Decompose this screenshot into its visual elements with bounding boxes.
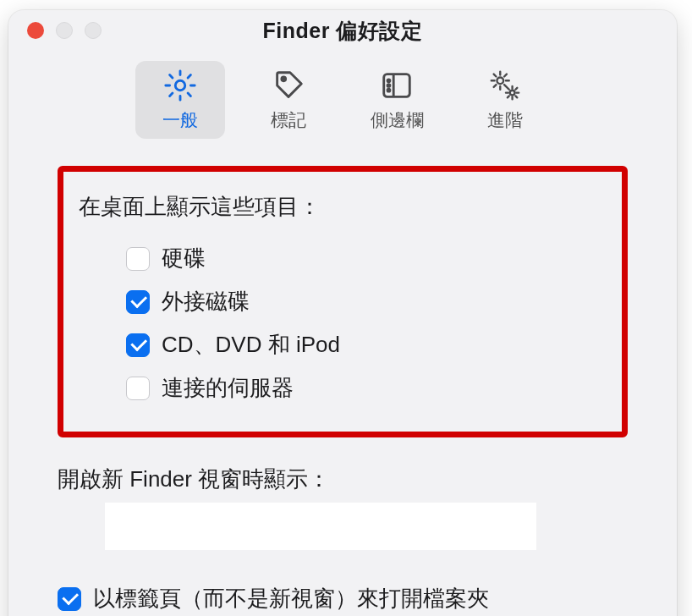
content-area: 在桌面上顯示這些項目： 硬碟 外接磁碟 CD、DVD 和 iPod 連接的伺服器… bbox=[8, 139, 677, 613]
titlebar: Finder 偏好設定 bbox=[8, 10, 677, 51]
tab-general[interactable]: 一般 bbox=[135, 61, 225, 139]
tab-label: 標記 bbox=[271, 108, 306, 132]
checkbox-label: 外接磁碟 bbox=[162, 287, 250, 316]
new-window-dropdown[interactable] bbox=[105, 503, 536, 550]
checkbox-row-cds-dvds: CD、DVD 和 iPod bbox=[79, 323, 607, 366]
checkbox-open-in-tabs[interactable] bbox=[58, 587, 81, 611]
sidebar-icon bbox=[379, 68, 415, 103]
tab-label: 一般 bbox=[162, 108, 198, 132]
open-in-tabs-row: 以標籤頁（而不是新視窗）來打開檔案夾 bbox=[58, 584, 628, 613]
new-window-section: 開啟新 Finder 視窗時顯示： bbox=[58, 465, 628, 550]
gears-icon bbox=[487, 68, 523, 103]
checkbox-label: 硬碟 bbox=[162, 244, 206, 273]
svg-point-6 bbox=[387, 89, 390, 91]
new-window-label: 開啟新 Finder 視窗時顯示： bbox=[58, 465, 628, 494]
tab-advanced[interactable]: 進階 bbox=[460, 61, 550, 139]
svg-point-0 bbox=[175, 80, 184, 90]
traffic-lights bbox=[27, 22, 102, 39]
window-title: Finder 偏好設定 bbox=[8, 17, 677, 45]
tab-tags[interactable]: 標記 bbox=[244, 61, 333, 139]
checkbox-label: 以標籤頁（而不是新視窗）來打開檔案夾 bbox=[93, 584, 489, 613]
svg-point-8 bbox=[510, 91, 515, 96]
checkbox-hard-disks[interactable] bbox=[126, 247, 150, 271]
tab-sidebar[interactable]: 側邊欄 bbox=[352, 61, 442, 139]
checkbox-external-disks[interactable] bbox=[126, 290, 150, 314]
checkbox-label: 連接的伺服器 bbox=[162, 373, 294, 403]
checkbox-row-servers: 連接的伺服器 bbox=[79, 366, 607, 410]
maximize-button[interactable] bbox=[85, 22, 102, 39]
svg-point-7 bbox=[497, 77, 503, 84]
svg-point-1 bbox=[282, 77, 286, 81]
checkbox-label: CD、DVD 和 iPod bbox=[162, 330, 340, 360]
checkbox-row-external-disks: 外接磁碟 bbox=[79, 280, 607, 323]
desktop-items-heading: 在桌面上顯示這些項目： bbox=[79, 192, 607, 222]
tag-icon bbox=[271, 68, 306, 103]
checkbox-servers[interactable] bbox=[126, 377, 150, 400]
tabs-bar: 一般 標記 側邊欄 bbox=[8, 61, 677, 139]
svg-point-4 bbox=[387, 80, 390, 82]
checkbox-cds-dvds[interactable] bbox=[126, 333, 150, 357]
gear-icon bbox=[162, 68, 198, 103]
tab-label: 進階 bbox=[487, 108, 523, 132]
preferences-window: Finder 偏好設定 一般 標記 bbox=[8, 10, 677, 616]
tab-label: 側邊欄 bbox=[371, 108, 424, 132]
svg-point-5 bbox=[387, 85, 390, 87]
minimize-button[interactable] bbox=[56, 22, 73, 39]
desktop-items-section: 在桌面上顯示這些項目： 硬碟 外接磁碟 CD、DVD 和 iPod 連接的伺服器 bbox=[58, 166, 628, 437]
checkbox-row-hard-disks: 硬碟 bbox=[79, 237, 607, 280]
close-button[interactable] bbox=[27, 22, 44, 39]
